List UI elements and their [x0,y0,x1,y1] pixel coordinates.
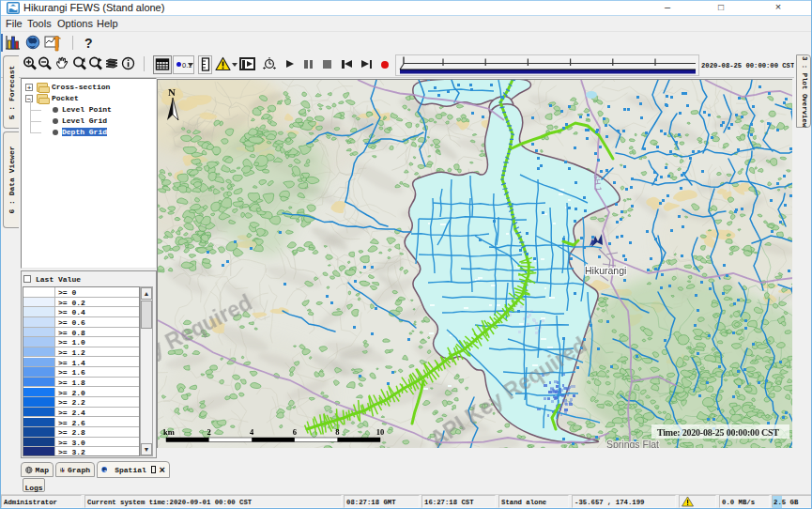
svg-text:6: 6 [293,427,297,437]
svg-text:N: N [168,86,176,98]
svg-text:Time: 2020-08-25 00:00:00 CST: Time: 2020-08-25 00:00:00 CST [657,427,779,438]
svg-text:8: 8 [335,427,339,437]
svg-text:10: 10 [376,427,385,437]
svg-text:Hikurangi: Hikurangi [585,265,626,276]
svg-text:2: 2 [207,427,210,437]
svg-text:Springs Flat: Springs Flat [606,439,659,448]
svg-text:4: 4 [250,427,254,437]
svg-text:km: km [163,427,175,437]
